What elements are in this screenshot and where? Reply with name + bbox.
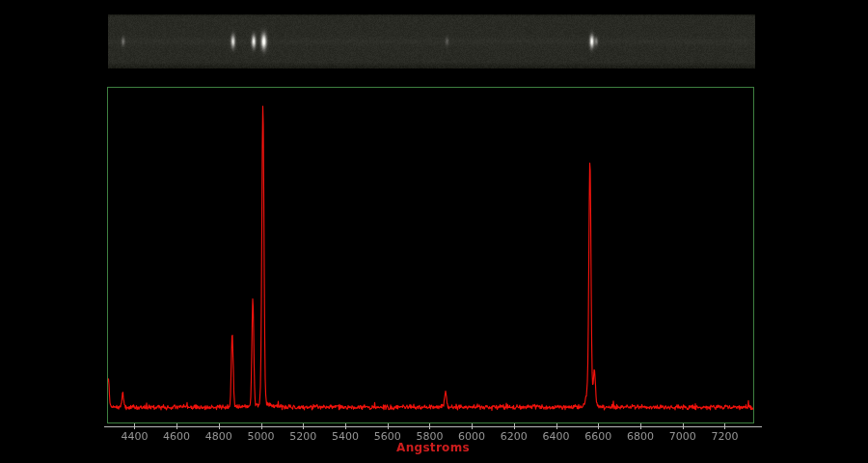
x-tick: [598, 423, 599, 429]
spectrum-plot-frame: [107, 87, 754, 423]
x-tick: [472, 423, 473, 429]
spectrum-1d-plot: [108, 88, 753, 422]
x-tick: [176, 423, 177, 429]
x-tick: [429, 423, 430, 429]
x-tick: [261, 423, 262, 429]
x-tick-label: 6600: [577, 431, 619, 443]
x-tick: [219, 423, 220, 429]
x-tick-label: 7200: [703, 431, 746, 443]
x-tick: [345, 423, 346, 429]
x-tick-label: 6800: [619, 431, 662, 443]
x-tick-label: 5400: [324, 431, 366, 443]
x-tick: [640, 423, 641, 429]
x-tick-label: 4400: [113, 431, 155, 443]
x-tick: [514, 423, 515, 429]
spectrum-2d-strip-image: [108, 14, 755, 68]
x-axis-line: [104, 426, 762, 427]
x-tick-label: 6200: [493, 431, 535, 443]
x-tick-label: 5200: [282, 431, 324, 443]
x-tick-label: 6400: [535, 431, 578, 443]
x-tick-label: 7000: [662, 431, 704, 443]
spectral-display-window: 4400460048005000520054005600580060006200…: [0, 0, 868, 463]
x-tick-label: 4600: [155, 431, 198, 443]
x-tick: [683, 423, 684, 429]
x-axis-title: Angstroms: [396, 441, 470, 454]
x-tick-label: 5000: [240, 431, 283, 443]
x-tick-label: 4800: [198, 431, 240, 443]
x-tick: [724, 423, 725, 429]
x-tick: [303, 423, 304, 429]
x-tick: [556, 423, 557, 429]
x-tick: [134, 423, 135, 429]
x-tick: [388, 423, 389, 429]
